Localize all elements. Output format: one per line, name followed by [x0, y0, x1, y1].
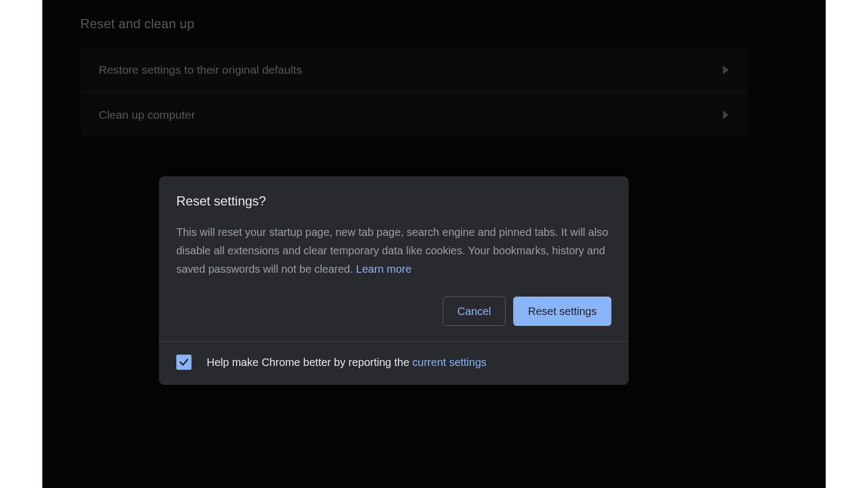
dialog-body: Reset settings? This will reset your sta…: [159, 176, 629, 341]
cancel-button[interactable]: Cancel: [443, 297, 506, 326]
report-settings-checkbox[interactable]: [176, 355, 192, 370]
current-settings-link[interactable]: current settings: [412, 356, 487, 368]
report-settings-label: Help make Chrome better by reporting the…: [207, 356, 487, 369]
check-icon: [178, 357, 189, 368]
reset-settings-button[interactable]: Reset settings: [513, 297, 611, 326]
dialog-description: This will reset your startup page, new t…: [176, 223, 611, 278]
learn-more-link[interactable]: Learn more: [356, 263, 411, 275]
report-settings-text: Help make Chrome better by reporting the: [207, 356, 412, 368]
dialog-actions: Cancel Reset settings: [176, 278, 611, 326]
dialog-title: Reset settings?: [176, 194, 611, 209]
reset-settings-dialog: Reset settings? This will reset your sta…: [159, 176, 629, 385]
dialog-footer: Help make Chrome better by reporting the…: [159, 341, 629, 385]
settings-page: Reset and clean up Restore settings to t…: [42, 0, 826, 488]
